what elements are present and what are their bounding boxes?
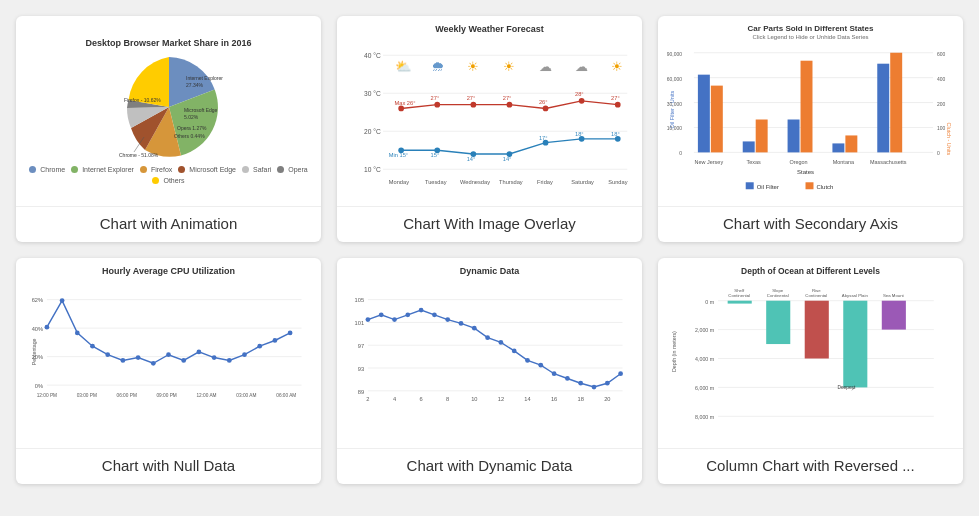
- svg-text:0: 0: [679, 150, 682, 156]
- dynamic-chart-title: Dynamic Data: [347, 266, 632, 276]
- svg-text:10,000: 10,000: [667, 125, 682, 131]
- svg-point-145: [432, 312, 437, 317]
- svg-text:☀: ☀: [503, 59, 515, 74]
- svg-point-157: [592, 385, 597, 390]
- svg-text:60,000: 60,000: [667, 76, 682, 82]
- svg-text:8: 8: [446, 396, 449, 402]
- svg-text:200: 200: [937, 101, 946, 107]
- svg-text:Continental: Continental: [728, 293, 750, 298]
- svg-text:97: 97: [358, 343, 364, 349]
- svg-text:62%: 62%: [32, 297, 43, 303]
- svg-rect-81: [788, 120, 800, 153]
- chart-area-secondary: Car Parts Sold in Different States Click…: [658, 16, 963, 206]
- svg-text:40 °C: 40 °C: [364, 52, 381, 59]
- svg-text:Massachusetts: Massachusetts: [870, 159, 907, 165]
- svg-point-148: [472, 326, 477, 331]
- svg-text:Max 26°: Max 26°: [395, 100, 416, 106]
- svg-text:06:00 AM: 06:00 AM: [276, 393, 296, 398]
- card-null-data[interactable]: Hourly Average CPU Utilization Percentag…: [16, 258, 321, 484]
- svg-point-119: [242, 352, 247, 357]
- svg-text:Clutch - Units: Clutch - Units: [946, 122, 952, 155]
- svg-text:27°: 27°: [467, 95, 476, 101]
- svg-point-27: [471, 102, 477, 108]
- svg-text:93: 93: [358, 366, 364, 372]
- svg-text:🌧: 🌧: [431, 59, 444, 74]
- svg-text:20: 20: [604, 396, 610, 402]
- card-title-animation: Chart with Animation: [16, 206, 321, 242]
- svg-text:105: 105: [355, 297, 365, 303]
- card-animation[interactable]: Desktop Browser Market Share in 2016: [16, 16, 321, 242]
- card-secondary-axis[interactable]: Car Parts Sold in Different States Click…: [658, 16, 963, 242]
- bar-chart-title: Car Parts Sold in Different States: [666, 24, 955, 33]
- bar-chart-subtitle: Click Legend to Hide or Unhide Data Seri…: [666, 34, 955, 40]
- svg-point-147: [459, 321, 464, 326]
- svg-text:Monday: Monday: [389, 179, 409, 185]
- card-title-dynamic: Chart with Dynamic Data: [337, 448, 642, 484]
- svg-text:400: 400: [937, 76, 946, 82]
- svg-text:Texas: Texas: [747, 159, 762, 165]
- svg-point-112: [136, 355, 141, 360]
- chart-grid: Desktop Browser Market Share in 2016: [16, 16, 963, 484]
- svg-text:Sea Mount: Sea Mount: [883, 293, 905, 298]
- svg-text:101: 101: [355, 320, 365, 326]
- svg-text:Firefox - 10.62%: Firefox - 10.62%: [124, 97, 161, 103]
- svg-text:600: 600: [937, 51, 946, 57]
- svg-text:2: 2: [366, 396, 369, 402]
- svg-text:90,000: 90,000: [667, 51, 682, 57]
- bar-chart-svg: Oil Filter - Units Clutch - Units 90,000…: [666, 42, 955, 198]
- svg-text:100: 100: [937, 125, 946, 131]
- svg-text:Sunday: Sunday: [608, 179, 627, 185]
- svg-text:Abyssal Plain: Abyssal Plain: [842, 293, 869, 298]
- svg-rect-79: [743, 141, 755, 152]
- svg-text:Slope: Slope: [772, 288, 784, 293]
- svg-text:Rise: Rise: [812, 288, 821, 293]
- svg-text:18°: 18°: [611, 131, 620, 137]
- svg-text:0: 0: [937, 150, 940, 156]
- svg-text:5.02%: 5.02%: [184, 114, 199, 120]
- svg-text:☁: ☁: [575, 59, 588, 74]
- svg-text:Wednesday: Wednesday: [460, 179, 490, 185]
- svg-text:06:00 PM: 06:00 PM: [117, 393, 137, 398]
- svg-text:27°: 27°: [431, 95, 440, 101]
- svg-text:30 °C: 30 °C: [364, 90, 381, 97]
- svg-text:Tuesday: Tuesday: [425, 179, 447, 185]
- svg-text:Oil Filter: Oil Filter: [757, 184, 779, 190]
- svg-point-159: [618, 371, 623, 376]
- card-weather[interactable]: Weekly Weather Forecast 40 °C 30 °C 20 °…: [337, 16, 642, 242]
- card-title-secondary: Chart with Secondary Axis: [658, 206, 963, 242]
- card-title-weather: Chart With Image Overlay: [337, 206, 642, 242]
- svg-point-108: [75, 331, 80, 336]
- svg-point-113: [151, 361, 156, 366]
- svg-point-121: [273, 338, 278, 343]
- svg-text:Depth (in meters): Depth (in meters): [671, 331, 677, 372]
- svg-point-146: [445, 317, 450, 322]
- svg-text:20 °C: 20 °C: [364, 128, 381, 135]
- svg-text:Chrome - 51.08%: Chrome - 51.08%: [119, 152, 159, 158]
- svg-rect-82: [801, 61, 813, 153]
- svg-rect-80: [756, 120, 768, 153]
- svg-point-122: [288, 331, 293, 336]
- chart-area-animation: Desktop Browser Market Share in 2016: [16, 16, 321, 206]
- svg-text:4: 4: [393, 396, 396, 402]
- card-ocean[interactable]: Depth of Ocean at Different Levels 0 m 2…: [658, 258, 963, 484]
- svg-point-142: [392, 317, 397, 322]
- svg-point-116: [197, 350, 202, 355]
- svg-text:17°: 17°: [539, 135, 548, 141]
- svg-text:18°: 18°: [575, 131, 584, 137]
- svg-text:0 m: 0 m: [705, 299, 714, 305]
- card-dynamic[interactable]: Dynamic Data 105 101 97 93 89: [337, 258, 642, 484]
- svg-text:New Jersey: New Jersey: [695, 159, 724, 165]
- svg-text:6: 6: [420, 396, 423, 402]
- pie-chart-title: Desktop Browser Market Share in 2016: [85, 38, 251, 48]
- svg-text:Min 15°: Min 15°: [389, 152, 408, 158]
- svg-text:16: 16: [551, 396, 557, 402]
- svg-point-155: [565, 376, 570, 381]
- svg-text:☁: ☁: [539, 59, 552, 74]
- svg-point-111: [121, 358, 126, 363]
- svg-text:Friday: Friday: [537, 179, 553, 185]
- svg-point-152: [525, 358, 530, 363]
- ocean-chart-title: Depth of Ocean at Different Levels: [666, 266, 955, 276]
- chart-area-weather: Weekly Weather Forecast 40 °C 30 °C 20 °…: [337, 16, 642, 206]
- svg-point-114: [166, 352, 171, 357]
- svg-point-110: [105, 352, 110, 357]
